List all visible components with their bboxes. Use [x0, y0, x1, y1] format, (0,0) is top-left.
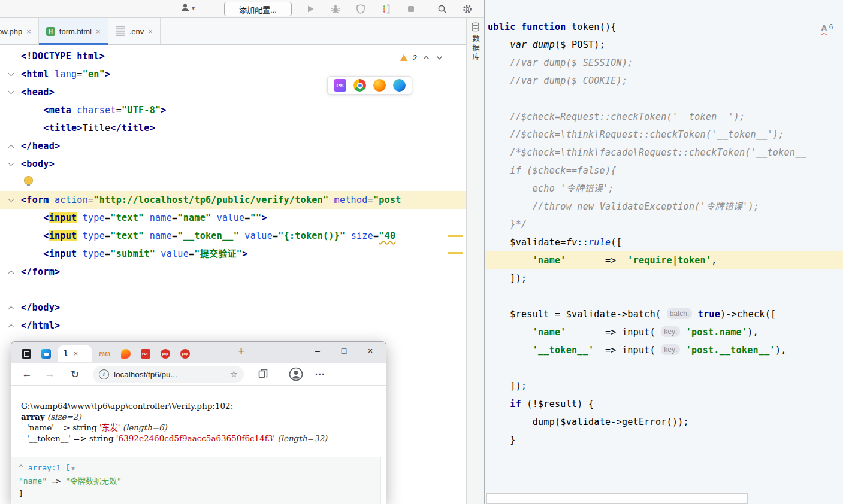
- next-warning-button[interactable]: [436, 54, 443, 62]
- code-token: (: [555, 40, 560, 50]
- code-token: [21, 123, 43, 133]
- info-icon[interactable]: i: [99, 369, 109, 379]
- think-dump-panel: ^ array:1 [▼ "name" => "令牌数据无效" ]: [11, 457, 381, 504]
- code-line: </form>: [0, 263, 466, 281]
- code-token: =: [105, 230, 110, 241]
- expand-toggle[interactable]: ▼: [71, 465, 75, 472]
- code-token: //$check=Request::checkToken('__token__'…: [510, 111, 745, 122]
- code-token: "提交验证": [194, 248, 242, 259]
- tab-php-2[interactable]: php: [177, 345, 193, 362]
- vardump-token: '__token__': [27, 433, 71, 443]
- page-favicon: l: [61, 349, 71, 359]
- code-token: "__token__": [177, 230, 239, 241]
- fold-marker[interactable]: [9, 305, 15, 311]
- forward-button[interactable]: →: [43, 368, 57, 380]
- code-token: ::: [577, 237, 588, 248]
- bug-icon: [330, 4, 341, 14]
- flame-favicon: [121, 349, 131, 359]
- user-menu-button[interactable]: ▾: [180, 2, 195, 13]
- collections-icon[interactable]: [257, 368, 269, 380]
- database-tool-button[interactable]: 数据库: [467, 18, 484, 63]
- tab-phpmyadmin[interactable]: PMA: [96, 345, 114, 362]
- code-line: [0, 281, 466, 299]
- edge-icon[interactable]: [393, 79, 406, 92]
- code-line: /*$check=\think\facade\Request::checkTok…: [485, 144, 843, 162]
- tab-php-1[interactable]: php: [158, 345, 173, 362]
- run-button[interactable]: [304, 3, 316, 15]
- code-line: [485, 359, 843, 377]
- browser-menu-button[interactable]: ···: [315, 369, 325, 379]
- debug-button[interactable]: [330, 3, 342, 15]
- maximize-button[interactable]: □: [331, 342, 357, 361]
- active-page-tab[interactable]: l×: [58, 345, 92, 362]
- code-token: <html: [21, 69, 55, 80]
- code-token: <form: [21, 195, 55, 205]
- address-bar[interactable]: i localhost/tp6/pu... ☆: [93, 366, 244, 383]
- fold-marker[interactable]: [9, 161, 15, 167]
- vardump-token: =>: [71, 433, 89, 443]
- minimize-button[interactable]: –: [304, 342, 331, 361]
- code-token: [21, 230, 43, 241]
- fold-marker[interactable]: [9, 323, 15, 329]
- code-token: $validate: [560, 417, 611, 427]
- prev-warning-button[interactable]: [422, 54, 430, 62]
- close-icon[interactable]: ×: [74, 350, 78, 358]
- tab-flame[interactable]: [118, 345, 134, 362]
- code-line: [485, 90, 843, 108]
- profile-avatar[interactable]: [289, 367, 303, 381]
- code-line: [485, 287, 843, 305]
- pinned-tab-1[interactable]: [19, 345, 34, 362]
- editor-tab-bar: ow.php × H form.html × .env ×: [0, 18, 466, 45]
- firefox-icon[interactable]: [373, 79, 386, 92]
- warning-icon: [400, 54, 407, 61]
- code-token: [488, 309, 510, 320]
- inspections-widget[interactable]: A 6: [821, 23, 833, 33]
- close-button[interactable]: ×: [357, 342, 383, 361]
- chrome-icon[interactable]: [353, 79, 366, 92]
- tab-env[interactable]: .env ×: [108, 18, 161, 44]
- close-icon[interactable]: ×: [96, 27, 101, 36]
- dump-row: "name" => "令牌数据无效": [19, 475, 373, 487]
- code-line: </html>: [0, 317, 466, 335]
- close-icon[interactable]: ×: [148, 27, 153, 36]
- debug-listener-button[interactable]: [380, 3, 392, 15]
- code-token: //throw new ValidateException('令牌错误');: [533, 201, 759, 212]
- fold-marker[interactable]: [9, 71, 15, 77]
- fold-marker[interactable]: [9, 89, 15, 95]
- code-token: "UTF-8": [122, 105, 161, 116]
- env-file-icon: [116, 26, 125, 36]
- close-icon[interactable]: ×: [26, 27, 31, 36]
- vardump-token: (length=6): [120, 423, 167, 432]
- right-editor[interactable]: ublic function token(){ var_dump($_POST)…: [485, 0, 843, 504]
- search-everywhere-button[interactable]: [436, 3, 448, 15]
- coverage-button[interactable]: [355, 3, 367, 15]
- code-token: 'post.name': [686, 327, 748, 338]
- code-token: [488, 40, 510, 50]
- tab-show-php[interactable]: ow.php ×: [0, 18, 39, 44]
- code-token: [692, 309, 697, 320]
- code-token: =: [244, 212, 250, 223]
- pinned-tab-2[interactable]: [38, 345, 54, 362]
- new-tab-button[interactable]: +: [238, 345, 244, 358]
- code-token: =: [105, 248, 110, 259]
- back-button[interactable]: ←: [20, 368, 34, 380]
- code-token: }*/: [510, 219, 527, 230]
- intention-bulb-icon[interactable]: [24, 176, 33, 185]
- builtin-preview-icon[interactable]: PS: [334, 79, 346, 92]
- favorite-star-icon[interactable]: ☆: [230, 369, 238, 379]
- code-line: '__token__' => input( key: 'post.__token…: [485, 341, 843, 359]
- reload-button[interactable]: ↻: [68, 368, 82, 381]
- tab-form-html[interactable]: H form.html ×: [39, 18, 108, 44]
- fold-marker[interactable]: [9, 269, 15, 275]
- add-configuration-button[interactable]: 添加配置...: [224, 2, 292, 16]
- stop-button[interactable]: [405, 3, 417, 15]
- code-token: [488, 237, 510, 248]
- code-token: [488, 255, 533, 266]
- fold-marker[interactable]: [9, 143, 15, 149]
- fold-marker[interactable]: [9, 197, 15, 203]
- code-token: [211, 212, 216, 223]
- settings-button[interactable]: [461, 3, 473, 15]
- code-line: //var_dump($_SESSION);: [485, 54, 843, 72]
- code-token: =: [549, 309, 566, 320]
- tab-pdf[interactable]: PDF: [138, 345, 153, 362]
